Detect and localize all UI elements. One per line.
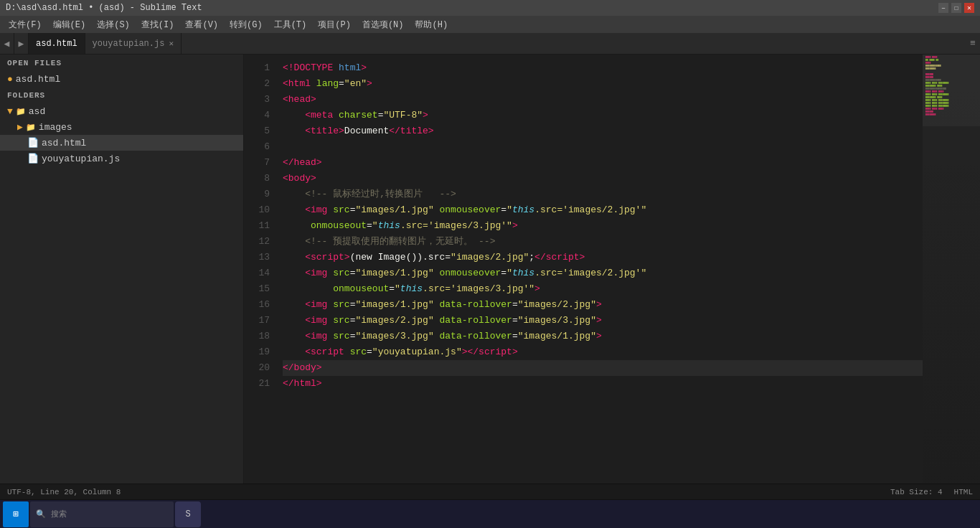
line-numbers: 123456789101112131415161718192021 — [244, 55, 275, 484]
file-icon-asd: ● — [7, 74, 13, 85]
tab-options[interactable]: ≡ — [966, 33, 980, 54]
code-line-3[interactable]: <head> — [283, 92, 923, 108]
sidebar-open-asd-label: asd.html — [16, 74, 60, 85]
line-number-13: 13 — [244, 250, 275, 265]
sidebar-folder-asd-label: asd — [29, 106, 45, 117]
close-button[interactable]: ✕ — [964, 3, 974, 13]
menu-item-h[interactable]: 帮助(H) — [409, 17, 453, 32]
code-line-7[interactable]: </head> — [283, 155, 923, 171]
line-number-9: 9 — [244, 187, 275, 202]
code-line-6[interactable] — [283, 139, 923, 155]
line-number-1: 1 — [244, 60, 275, 76]
sidebar-folder-images-label: images — [39, 122, 72, 133]
status-encoding: UTF-8, Line 20, Column 8 — [7, 488, 121, 496]
menu-item-v[interactable]: 查看(V) — [179, 17, 224, 32]
line-number-19: 19 — [244, 344, 275, 360]
line-number-4: 4 — [244, 108, 275, 123]
line-number-6: 6 — [244, 139, 275, 155]
folder-icon-images: 📁 — [26, 123, 36, 132]
line-number-7: 7 — [244, 155, 275, 171]
code-line-14[interactable]: <img src="images/1.jpg" onmouseover="thi… — [283, 265, 923, 281]
status-language: HTML — [954, 488, 973, 496]
code-content[interactable]: <!DOCTYPE html><html lang="en"><head> <m… — [275, 55, 923, 484]
sidebar-open-asd[interactable]: ● asd.html — [0, 72, 243, 87]
line-number-12: 12 — [244, 234, 275, 250]
line-number-14: 14 — [244, 265, 275, 281]
line-number-3: 3 — [244, 92, 275, 108]
line-number-17: 17 — [244, 313, 275, 329]
code-line-11[interactable]: onmouseout="this.src='images/3.jpg'"> — [283, 218, 923, 234]
folder-icon-asd: 📁 — [16, 107, 26, 116]
code-line-21[interactable]: </html> — [283, 376, 923, 392]
code-line-13[interactable]: <script>(new Image()).src="images/2.jpg"… — [283, 250, 923, 265]
code-line-18[interactable]: <img src="images/3.jpg" data-rollover="i… — [283, 329, 923, 344]
line-number-21: 21 — [244, 376, 275, 392]
status-right: Tab Size: 4 HTML — [890, 488, 973, 496]
menu-bar: 文件(F)编辑(E)选择(S)查找(I)查看(V)转到(G)工具(T)项目(P)… — [0, 16, 980, 33]
code-line-5[interactable]: <title>Document</title> — [283, 123, 923, 139]
tab-nav-right[interactable]: ▶ — [14, 33, 29, 54]
sidebar-file-youya-label: youyatupian.js — [42, 154, 120, 164]
code-line-17[interactable]: <img src="images/2.jpg" data-rollover="i… — [283, 313, 923, 329]
status-left: UTF-8, Line 20, Column 8 — [7, 488, 121, 496]
minimap: ████ ████ ██ ████ ██ ████ ████████████ █… — [923, 55, 980, 484]
code-line-1[interactable]: <!DOCTYPE html> — [283, 60, 923, 76]
tab-bar: ◀ ▶ asd.html youyatupian.js ✕ ≡ — [0, 33, 980, 55]
maximize-button[interactable]: ☐ — [951, 3, 961, 13]
sidebar-folder-asd[interactable]: ▼ 📁 asd — [0, 104, 243, 119]
line-number-16: 16 — [244, 297, 275, 313]
line-number-11: 11 — [244, 218, 275, 234]
taskbar-start[interactable]: ⊞ — [3, 501, 29, 527]
menu-item-f[interactable]: 文件(F) — [3, 17, 47, 32]
main-area: OPEN FILES ● asd.html FOLDERS ▼ 📁 asd ▶ … — [0, 55, 980, 484]
sidebar-file-youyatupian[interactable]: 📄 youyatupian.js — [0, 151, 243, 166]
code-line-2[interactable]: <html lang="en"> — [283, 76, 923, 92]
code-line-15[interactable]: onmouseout="this.src='images/3.jpg'"> — [283, 281, 923, 297]
title-bar: D:\asd\asd.html • (asd) - Sublime Text –… — [0, 0, 980, 16]
code-line-10[interactable]: <img src="images/1.jpg" onmouseover="thi… — [283, 202, 923, 218]
code-line-4[interactable]: <meta charset="UTF-8"> — [283, 108, 923, 123]
line-number-15: 15 — [244, 281, 275, 297]
menu-item-i[interactable]: 查找(I) — [136, 17, 180, 32]
menu-item-p[interactable]: 项目(P) — [312, 17, 357, 32]
tab-youyatupian[interactable]: youyatupian.js ✕ — [85, 33, 182, 54]
sidebar-file-asd-html[interactable]: 📄 asd.html — [0, 135, 243, 151]
code-line-16[interactable]: <img src="images/1.jpg" data-rollover="i… — [283, 297, 923, 313]
file-icon-asd-html: 📄 — [27, 137, 39, 148]
status-tab-size: Tab Size: 4 — [890, 488, 943, 496]
tab-close-youya[interactable]: ✕ — [169, 39, 174, 48]
line-number-10: 10 — [244, 202, 275, 218]
code-line-8[interactable]: <body> — [283, 171, 923, 187]
tab-asd-html[interactable]: asd.html — [29, 33, 85, 54]
taskbar-search[interactable]: 🔍 搜索 — [30, 501, 174, 527]
line-number-2: 2 — [244, 76, 275, 92]
file-icon-youya: 📄 — [27, 153, 39, 164]
editor[interactable]: 123456789101112131415161718192021 <!DOCT… — [244, 55, 923, 484]
line-number-20: 20 — [244, 360, 275, 376]
tab-label-youya: youyatupian.js — [93, 39, 165, 49]
line-number-5: 5 — [244, 123, 275, 139]
tab-label-asd: asd.html — [36, 39, 77, 49]
menu-item-g[interactable]: 转到(G) — [224, 17, 268, 32]
menu-item-e[interactable]: 编辑(E) — [47, 17, 92, 32]
menu-item-t[interactable]: 工具(T) — [268, 17, 313, 32]
open-files-label: OPEN FILES — [0, 55, 243, 72]
title-controls: – ☐ ✕ — [938, 3, 974, 13]
line-number-8: 8 — [244, 171, 275, 187]
sidebar: OPEN FILES ● asd.html FOLDERS ▼ 📁 asd ▶ … — [0, 55, 244, 484]
menu-item-n[interactable]: 首选项(N) — [357, 17, 410, 32]
code-line-9[interactable]: <!-- 鼠标经过时,转换图片 --> — [283, 187, 923, 202]
minimize-button[interactable]: – — [938, 3, 948, 13]
taskbar: ⊞ 🔍 搜索 S — [0, 499, 980, 528]
folder-expand-icon: ▼ — [7, 106, 13, 117]
line-number-18: 18 — [244, 329, 275, 344]
code-line-12[interactable]: <!-- 预提取使用的翻转图片，无延时。 --> — [283, 234, 923, 250]
code-line-20[interactable]: </body> — [283, 360, 923, 376]
tab-nav-left[interactable]: ◀ — [0, 33, 14, 54]
sidebar-folder-images[interactable]: ▶ 📁 images — [0, 119, 243, 135]
sidebar-file-asd-html-label: asd.html — [42, 138, 86, 148]
folders-label: FOLDERS — [0, 87, 243, 104]
code-line-19[interactable]: <script src="youyatupian.js"></script> — [283, 344, 923, 360]
menu-item-s[interactable]: 选择(S) — [91, 17, 136, 32]
taskbar-sublime[interactable]: S — [175, 501, 201, 527]
